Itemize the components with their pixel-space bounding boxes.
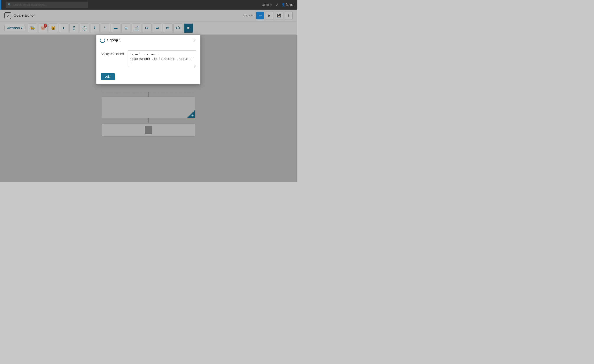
modal-header: Sqoop 1 × [96,35,201,46]
modal-footer: Add [96,71,201,85]
modal-title: Sqoop 1 [107,38,121,42]
sqoop-modal-icon [100,38,105,43]
modal-close-button[interactable]: × [192,38,197,43]
modal-overlay: Sqoop 1 × Sqoop command import --connect… [0,35,297,182]
main-content: My Workflow Add a description... [0,35,297,182]
add-button[interactable]: Add [101,73,115,80]
sqoop-command-input[interactable]: import --connect jdbc:hsqldb:file:db.hsq… [128,50,196,67]
sqoop-command-label: Sqoop command [101,50,125,56]
modal-body: Sqoop command import --connect jdbc:hsql… [96,46,201,71]
sqoop-command-row: Sqoop command import --connect jdbc:hsql… [101,50,196,67]
sqoop-modal: Sqoop 1 × Sqoop command import --connect… [96,35,201,85]
